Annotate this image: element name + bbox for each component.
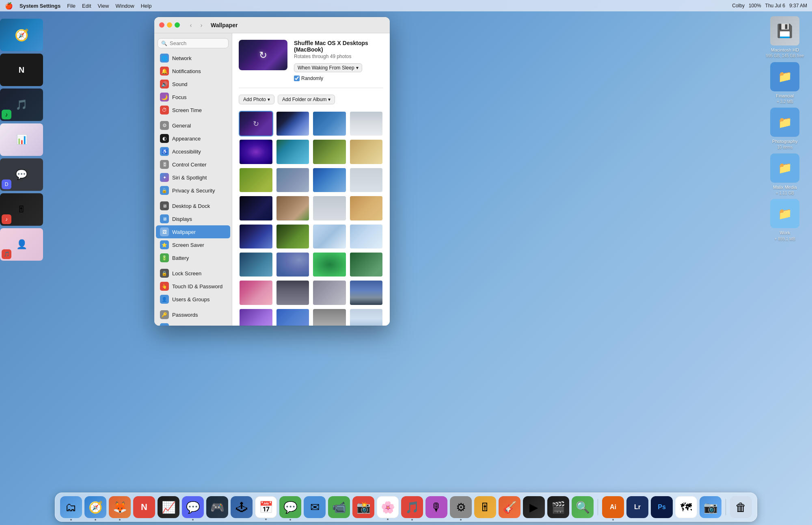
wallpaper-item-5[interactable]	[239, 139, 273, 164]
wallpaper-item-24[interactable]	[349, 252, 384, 277]
dock-news[interactable]: N	[133, 496, 155, 518]
dock-safari[interactable]: 🧭	[84, 496, 106, 518]
dock-facetime[interactable]: 📹	[328, 496, 350, 518]
sidebar-item-notifications[interactable]: 🔔 Notifications	[156, 65, 230, 78]
dock-stocks[interactable]: 📈	[158, 496, 179, 518]
wallpaper-item-12[interactable]	[349, 167, 384, 193]
wallpaper-item-16[interactable]	[349, 195, 384, 221]
wallpaper-item-10[interactable]	[276, 167, 310, 193]
schedule-dropdown[interactable]: When Waking From Sleep ▾	[294, 63, 362, 72]
dock-calendar[interactable]: 📅	[255, 496, 277, 518]
add-photo-button[interactable]: Add Photo ▾	[239, 95, 274, 104]
wallpaper-item-32[interactable]	[349, 308, 384, 326]
wallpaper-item-2[interactable]	[276, 111, 310, 136]
wallpaper-item-8[interactable]	[349, 139, 384, 164]
dock-messages[interactable]: 💬	[279, 496, 301, 518]
search-box[interactable]: 🔍	[158, 38, 229, 48]
dock-trash[interactable]: 🗑	[730, 496, 752, 518]
wallpaper-item-9[interactable]	[239, 167, 273, 193]
wallpaper-item-18[interactable]	[276, 224, 310, 249]
randomly-label[interactable]: Randomly	[294, 76, 323, 81]
menu-file[interactable]: File	[67, 3, 76, 9]
sidebar-item-desktop[interactable]: 🖥 Desktop & Dock	[156, 199, 230, 212]
desktop-icon-financial[interactable]: 📁 Financial+ 3.2 MB	[770, 62, 799, 105]
sidebar-item-privacy[interactable]: 🔒 Privacy & Security	[156, 184, 230, 197]
menu-window[interactable]: Window	[115, 3, 134, 9]
search-input[interactable]	[170, 40, 225, 46]
dock-discord[interactable]: 💬	[182, 496, 204, 518]
wallpaper-item-28[interactable]	[349, 280, 384, 305]
wallpaper-item-3[interactable]	[312, 111, 347, 136]
dock-gameapp[interactable]: 🕹	[231, 496, 253, 518]
wallpaper-item-30[interactable]	[276, 308, 310, 326]
app-thumb-discord[interactable]: 💬 D	[0, 158, 43, 191]
dock-music[interactable]: 🎵	[401, 496, 423, 518]
app-thumb-spotify[interactable]: 🎵 ♪	[0, 89, 43, 121]
dock-photobooth[interactable]: 📸	[352, 496, 374, 518]
minimize-button[interactable]	[167, 22, 172, 28]
dock-lightroom[interactable]: Lr	[626, 496, 648, 518]
wallpaper-item-14[interactable]	[276, 195, 310, 221]
app-thumb-safari[interactable]: 🧭	[0, 19, 43, 51]
dock-maps[interactable]: 🗺	[675, 496, 697, 518]
sidebar-item-network[interactable]: 🌐 Network	[156, 52, 230, 65]
wallpaper-item-22[interactable]	[276, 252, 310, 277]
dock-steam[interactable]: 🎮	[206, 496, 228, 518]
wallpaper-item-6[interactable]	[276, 139, 310, 164]
apple-logo-icon[interactable]: 🍎	[5, 2, 13, 10]
wallpaper-item-25[interactable]	[239, 280, 273, 305]
sidebar-item-focus[interactable]: 🌙 Focus	[156, 91, 230, 104]
dock-firefox[interactable]: 🦊	[109, 496, 131, 518]
app-thumb-social[interactable]: 👤 🎵	[0, 228, 43, 261]
dock-illustrator[interactable]: Ai	[602, 496, 624, 518]
sidebar-item-siri[interactable]: ✦ Siri & Spotlight	[156, 171, 230, 184]
sidebar-item-screensaver[interactable]: ⭐ Screen Saver	[156, 238, 230, 251]
wallpaper-item-1[interactable]: ↻	[239, 111, 273, 136]
dock-screenshot[interactable]: 📷	[700, 496, 721, 518]
add-folder-button[interactable]: Add Folder or Album ▾	[278, 95, 335, 104]
back-button[interactable]: ‹	[186, 21, 195, 30]
wallpaper-item-15[interactable]	[312, 195, 347, 221]
menu-edit[interactable]: Edit	[82, 3, 91, 9]
sidebar-item-internet[interactable]: @ Internet Accounts	[156, 321, 230, 326]
sidebar-item-touchid[interactable]: 👆 Touch ID & Password	[156, 280, 230, 293]
sidebar-item-wallpaper[interactable]: 🖼 Wallpaper	[156, 225, 230, 238]
sidebar-item-lockscreen[interactable]: 🔒 Lock Screen	[156, 267, 230, 280]
dock-photos[interactable]: 🌸	[377, 496, 399, 518]
app-thumb-analytics[interactable]: 📊	[0, 123, 43, 156]
wallpaper-item-11[interactable]	[312, 167, 347, 193]
wallpaper-item-4[interactable]	[349, 111, 384, 136]
wallpaper-item-27[interactable]	[312, 280, 347, 305]
dock-sysprefs[interactable]: ⚙	[450, 496, 472, 518]
menu-help[interactable]: Help	[141, 3, 152, 9]
sidebar-item-displays[interactable]: 🖥 Displays	[156, 212, 230, 225]
sidebar-item-battery[interactable]: 🔋 Battery	[156, 251, 230, 264]
maximize-button[interactable]	[175, 22, 180, 28]
dock-garageband[interactable]: 🎸	[499, 496, 520, 518]
wallpaper-item-26[interactable]	[276, 280, 310, 305]
sidebar-item-controlcenter[interactable]: 🎛 Control Center	[156, 158, 230, 171]
close-button[interactable]	[159, 22, 164, 28]
menu-view[interactable]: View	[98, 3, 109, 9]
dock-audio[interactable]: 🎚	[474, 496, 496, 518]
dock-quicklook[interactable]: 🔍	[572, 496, 594, 518]
sidebar-item-appearance[interactable]: ◐ Appearance	[156, 132, 230, 145]
wallpaper-item-7[interactable]	[312, 139, 347, 164]
dock-mail[interactable]: ✉	[304, 496, 326, 518]
sidebar-item-screentime[interactable]: ⏱ Screen Time	[156, 104, 230, 117]
sidebar-item-users[interactable]: 👤 Users & Groups	[156, 293, 230, 306]
dock-photoshop[interactable]: Ps	[651, 496, 673, 518]
forward-button[interactable]: ›	[197, 21, 206, 30]
wallpaper-item-21[interactable]	[239, 252, 273, 277]
sidebar-item-sound[interactable]: 🔊 Sound	[156, 78, 230, 91]
sidebar-item-accessibility[interactable]: ♿ Accessibility	[156, 145, 230, 158]
dock-finalcut[interactable]: 🎬	[547, 496, 569, 518]
randomly-checkbox[interactable]	[294, 76, 300, 81]
wallpaper-item-23[interactable]	[312, 252, 347, 277]
desktop-icon-photography[interactable]: 📁 Photography10 items	[770, 108, 799, 150]
wallpaper-item-31[interactable]	[312, 308, 347, 326]
desktop-icon-malix[interactable]: 📁 Malix Media+ 1.11 GB	[770, 153, 799, 196]
app-thumb-music2[interactable]: 🎚 ♪	[0, 193, 43, 226]
desktop-icon-hd[interactable]: 💾 Macintosh HD995 GB, 145 GB free	[766, 16, 804, 59]
wallpaper-item-20[interactable]	[349, 224, 384, 249]
